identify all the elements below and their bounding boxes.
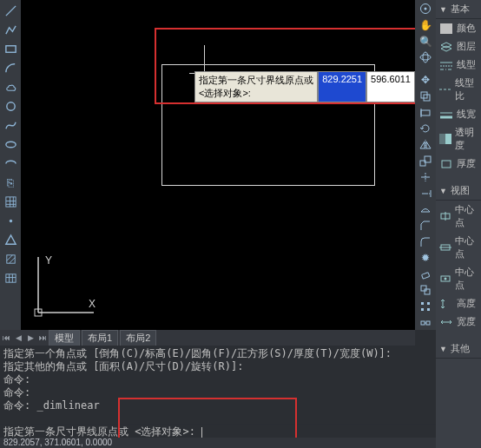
svg-rect-43 xyxy=(427,302,430,305)
rotate-icon[interactable] xyxy=(417,122,434,136)
svg-marker-29 xyxy=(420,142,425,148)
mirror-icon[interactable] xyxy=(417,138,434,153)
prop-color[interactable]: 颜色 xyxy=(436,19,481,37)
svg-rect-4 xyxy=(5,196,15,206)
edgesurf-icon[interactable] xyxy=(417,202,434,217)
copy-icon[interactable] xyxy=(417,89,434,104)
svg-rect-26 xyxy=(421,110,430,115)
svg-point-3 xyxy=(5,142,15,148)
polyline-tool[interactable] xyxy=(2,21,19,38)
svg-rect-1 xyxy=(5,45,15,52)
trim-icon[interactable] xyxy=(417,170,434,185)
svg-rect-44 xyxy=(421,308,424,311)
fillet-icon[interactable] xyxy=(417,234,434,249)
prop-center-z[interactable]: 中心点 xyxy=(436,263,481,294)
status-bar-coords: 829.2057, 371.0601, 0.0000 xyxy=(0,438,436,448)
prop-center-x[interactable]: 中心点 xyxy=(436,201,481,232)
annotation-highlight-top xyxy=(155,28,438,104)
collapse-icon[interactable]: ▼ xyxy=(439,345,447,353)
cmd-line: 指定第一个角点或 [倒角(C)/标高(E)/圆角(F)/正方形(S)/厚度(T)… xyxy=(3,347,432,360)
tab-layout1[interactable]: 布局1 xyxy=(82,330,118,346)
svg-line-0 xyxy=(5,5,15,15)
svg-rect-59 xyxy=(445,134,451,144)
tab-next-icon[interactable]: ▶ xyxy=(24,332,36,344)
svg-rect-60 xyxy=(442,161,451,168)
svg-line-11 xyxy=(6,254,12,260)
drawing-canvas[interactable]: 指定第一条尺寸界线原点或 <选择对象>: 829.2251 596.6011 Y… xyxy=(21,0,415,330)
svg-point-2 xyxy=(6,102,14,109)
pan-icon[interactable]: ✋ xyxy=(417,18,434,33)
prop-layer[interactable]: 图层 xyxy=(436,37,481,56)
region-tool[interactable] xyxy=(2,231,19,248)
svg-line-12 xyxy=(9,257,15,263)
navwheel-icon[interactable] xyxy=(417,2,434,16)
table-tool[interactable] xyxy=(2,269,19,287)
tab-layout2[interactable]: 布局2 xyxy=(120,330,156,346)
annotation-highlight-bottom xyxy=(118,398,297,441)
ucs-icon: Y X xyxy=(30,250,101,321)
svg-rect-58 xyxy=(439,134,445,144)
ellipse-arc-tool[interactable] xyxy=(2,155,19,172)
erase-icon[interactable] xyxy=(417,267,434,282)
svg-rect-46 xyxy=(421,321,425,325)
tab-last-icon[interactable]: ⏭ xyxy=(36,332,49,344)
hatch-solid-tool[interactable] xyxy=(2,250,19,267)
collapse-icon[interactable]: ▼ xyxy=(439,5,447,14)
svg-rect-40 xyxy=(421,286,426,291)
svg-rect-45 xyxy=(427,308,430,311)
rect-tool[interactable] xyxy=(2,40,19,57)
tab-first-icon[interactable]: ⏮ xyxy=(0,332,12,344)
ucs-y-label: Y xyxy=(45,254,52,267)
circle-tool[interactable] xyxy=(2,97,19,115)
prop-height[interactable]: 高度 xyxy=(436,294,481,313)
section-other-title: 其他 xyxy=(451,342,470,355)
prop-transparency[interactable]: 透明度 xyxy=(436,123,481,155)
prop-thickness[interactable]: 厚度 xyxy=(436,155,481,173)
point-tool[interactable] xyxy=(2,212,19,229)
svg-rect-13 xyxy=(5,273,15,281)
cmd-line: 命令: xyxy=(3,373,432,386)
move-icon[interactable]: ✥ xyxy=(417,73,434,88)
ucs-x-label: X xyxy=(89,298,96,310)
join-icon[interactable] xyxy=(417,315,434,330)
revcloud-tool[interactable] xyxy=(2,78,19,96)
extend-icon[interactable] xyxy=(417,186,434,201)
properties-panel: ▼基本 颜色 图层 线型 线型比 线宽 透明度 厚度 ▼视图 中心点 中心点 中… xyxy=(436,0,481,448)
svg-point-66 xyxy=(445,278,447,280)
prop-lineweight[interactable]: 线宽 xyxy=(436,105,481,123)
svg-rect-47 xyxy=(426,321,430,325)
zoom-icon[interactable]: 🔍 xyxy=(417,34,434,49)
cmd-line: 指定其他的角点或 [面积(A)/尺寸(D)/旋转(R)]: xyxy=(3,360,432,373)
prop-linetype[interactable]: 线型 xyxy=(436,56,481,74)
svg-rect-39 xyxy=(422,273,430,279)
spline-tool[interactable] xyxy=(2,116,19,134)
svg-rect-41 xyxy=(425,289,430,294)
offset-icon[interactable] xyxy=(417,283,434,298)
tab-prev-icon[interactable]: ◀ xyxy=(12,332,24,344)
orbit-icon[interactable] xyxy=(417,50,434,65)
prop-width[interactable]: 宽度 xyxy=(436,313,481,331)
stretch-icon[interactable] xyxy=(417,105,434,120)
scale-icon[interactable] xyxy=(417,154,434,168)
collapse-icon[interactable]: ▼ xyxy=(439,187,447,195)
section-basic-title: 基本 xyxy=(451,3,470,16)
svg-marker-51 xyxy=(441,46,451,51)
array-icon[interactable] xyxy=(417,300,434,314)
tab-model[interactable]: 模型 xyxy=(49,330,80,346)
prop-ltscale[interactable]: 线型比 xyxy=(436,74,481,105)
line-tool[interactable] xyxy=(2,2,19,19)
section-view-title: 视图 xyxy=(451,184,470,197)
explode-icon[interactable]: ✹ xyxy=(417,251,434,266)
svg-rect-42 xyxy=(421,302,424,305)
svg-point-9 xyxy=(9,219,11,221)
svg-marker-50 xyxy=(441,43,451,48)
svg-point-23 xyxy=(423,52,428,63)
svg-marker-30 xyxy=(426,142,431,148)
insert-block-tool[interactable]: ⎘ xyxy=(2,174,19,191)
chamfer-icon[interactable] xyxy=(417,219,434,234)
prop-center-y[interactable]: 中心点 xyxy=(436,232,481,263)
svg-point-22 xyxy=(420,55,431,60)
hatch-tool[interactable] xyxy=(2,193,19,210)
ellipse-tool[interactable] xyxy=(2,135,19,153)
arc-tool[interactable] xyxy=(2,59,19,76)
